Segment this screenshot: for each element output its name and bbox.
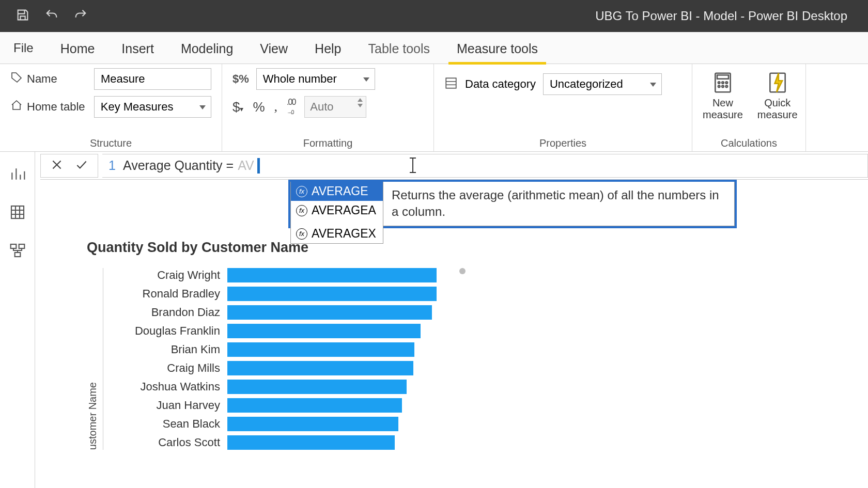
chart-bar[interactable] — [227, 305, 432, 320]
home-table-combo[interactable]: Key Measures — [94, 96, 211, 118]
formula-bar: 1 Average Quantity = AV — [40, 152, 868, 180]
group-label-calculations: Calculations — [703, 134, 795, 149]
group-label-structure: Structure — [10, 134, 211, 149]
svg-rect-0 — [446, 78, 456, 88]
tag-icon — [10, 71, 23, 87]
model-view-icon[interactable] — [8, 241, 27, 260]
chart-bar[interactable] — [227, 287, 437, 301]
chart-category-label: Brandon Diaz — [103, 306, 227, 319]
chart-category-label: Sean Black — [103, 417, 227, 431]
ibeam-cursor — [412, 158, 413, 173]
svg-point-5 — [725, 82, 727, 84]
tab-file[interactable]: File — [0, 41, 47, 64]
intellisense-item-label: AVERAGE — [312, 184, 368, 198]
chart-bar-row: Carlos Scott — [103, 435, 437, 450]
view-rail — [0, 152, 35, 488]
chart-bar[interactable] — [227, 342, 414, 357]
function-icon: fx — [296, 205, 307, 216]
save-icon[interactable] — [16, 8, 30, 24]
undo-icon[interactable] — [44, 8, 59, 24]
quick-measure-button[interactable]: Quick measure — [757, 71, 798, 121]
data-category-combo[interactable]: Uncategorized — [543, 73, 662, 95]
commit-formula-icon[interactable] — [75, 158, 88, 174]
formula-input[interactable]: 1 Average Quantity = AV — [102, 154, 868, 178]
chart-category-label: Craig Mills — [103, 361, 227, 375]
formula-text: Average Quantity = — [123, 158, 234, 173]
decimal-button[interactable]: .00→.0 — [287, 98, 295, 116]
report-view-icon[interactable] — [8, 164, 27, 184]
chart-title: Quantity Sold by Customer Name — [87, 240, 437, 256]
intellisense-item[interactable]: fxAVERAGEA — [291, 201, 383, 220]
chart-bar[interactable] — [227, 435, 395, 450]
currency-button[interactable]: $▾ — [233, 99, 243, 115]
group-label-formatting: Formatting — [233, 134, 423, 149]
chart-category-label: Craig Wright — [103, 269, 227, 282]
home-icon — [10, 99, 23, 115]
chart-scrollbar-thumb[interactable] — [459, 268, 466, 274]
intellisense-item[interactable]: fxAVERAGE — [291, 182, 383, 201]
chart: Quantity Sold by Customer Name ustomer N… — [87, 240, 437, 450]
category-icon — [444, 76, 458, 92]
formula-line-number: 1 — [109, 158, 116, 173]
redo-icon[interactable] — [73, 8, 88, 24]
svg-rect-10 — [11, 206, 24, 218]
data-category-label: Data category — [465, 77, 536, 91]
svg-point-3 — [718, 82, 720, 84]
name-label: Name — [27, 72, 57, 86]
chart-bar[interactable] — [227, 380, 407, 394]
titlebar: UBG To Power BI - Model - Power BI Deskt… — [0, 0, 868, 32]
ribbon-tabs: File Home Insert Modeling View Help Tabl… — [0, 32, 868, 64]
percent-button[interactable]: % — [253, 99, 265, 115]
svg-rect-11 — [10, 244, 16, 248]
chart-bar-row: Joshua Watkins — [103, 380, 437, 394]
svg-point-6 — [718, 86, 720, 88]
text-caret — [257, 158, 260, 174]
chart-category-label: Joshua Watkins — [103, 380, 227, 393]
svg-point-8 — [725, 86, 727, 88]
chart-bar-row: Brandon Diaz — [103, 305, 437, 320]
intellisense-item[interactable]: fxAVERAGEX — [291, 224, 383, 243]
chart-category-label: Juan Harvey — [103, 399, 227, 412]
decimals-stepper[interactable] — [304, 96, 366, 118]
svg-rect-12 — [19, 244, 24, 248]
function-icon: fx — [296, 228, 307, 240]
chart-category-label: Brian Kim — [103, 343, 227, 356]
svg-rect-2 — [717, 75, 729, 78]
ribbon: Name Home table Key Measures Structure — [0, 64, 868, 152]
chart-bar[interactable] — [227, 361, 413, 375]
chart-bar[interactable] — [227, 398, 402, 413]
function-icon: fx — [296, 186, 307, 197]
chart-bar-row: Juan Harvey — [103, 398, 437, 413]
tab-insert[interactable]: Insert — [108, 41, 167, 64]
chart-bar-row: Craig Mills — [103, 361, 437, 375]
group-label-properties: Properties — [444, 134, 681, 149]
svg-point-7 — [722, 86, 724, 88]
chart-bar-row: Ronald Bradley — [103, 287, 437, 301]
chart-bar[interactable] — [227, 268, 437, 282]
svg-rect-13 — [14, 253, 20, 257]
tab-measure-tools[interactable]: Measure tools — [443, 41, 551, 64]
tab-table-tools[interactable]: Table tools — [355, 41, 444, 64]
tab-view[interactable]: View — [246, 41, 301, 64]
measure-name-input[interactable] — [94, 68, 211, 90]
chart-category-label: Douglas Franklin — [103, 324, 227, 338]
chart-bar-row: Douglas Franklin — [103, 324, 437, 338]
chart-bar[interactable] — [227, 417, 398, 431]
tab-help[interactable]: Help — [301, 41, 354, 64]
svg-point-4 — [722, 82, 724, 84]
chart-bar-row: Sean Black — [103, 417, 437, 431]
new-measure-button[interactable]: New measure — [703, 71, 743, 121]
cancel-formula-icon[interactable] — [50, 158, 64, 174]
chart-bar[interactable] — [227, 324, 421, 338]
chart-category-label: Ronald Bradley — [103, 287, 227, 301]
home-table-label: Home table — [27, 100, 85, 114]
tab-home[interactable]: Home — [47, 41, 109, 64]
tab-modeling[interactable]: Modeling — [167, 41, 246, 64]
data-view-icon[interactable] — [8, 202, 27, 222]
chart-category-label: Carlos Scott — [103, 436, 227, 449]
data-type-combo[interactable]: Whole number — [256, 68, 375, 90]
intellisense-item-label: AVERAGEA — [312, 203, 376, 217]
thousands-button[interactable]: , — [274, 99, 278, 115]
intellisense-item-label: AVERAGEX — [312, 227, 376, 241]
chart-bar-row: Craig Wright — [103, 268, 437, 282]
